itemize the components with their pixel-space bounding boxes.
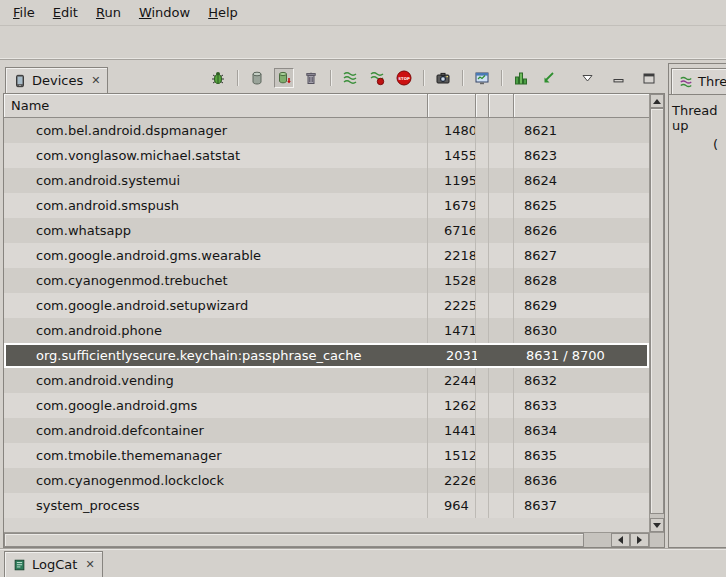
empty-cell [489,218,514,243]
scroll-up-button[interactable] [650,94,664,108]
column-header-blank[interactable] [476,94,489,118]
threads-message-line1: Thread up [669,103,726,133]
process-pid: 1679 [428,193,476,218]
toolbar-separator [501,70,502,86]
table-row[interactable]: com.android.defcontainer 14411 8634 [4,418,649,443]
view-menu-button[interactable] [577,68,597,88]
menu-window[interactable]: Window [130,2,199,23]
empty-cell [489,443,514,468]
horizontal-scroll-track[interactable] [584,533,611,547]
table-row[interactable]: com.google.android.gms.wearable 22185 86… [4,243,649,268]
table-row[interactable]: com.cyanogenmod.trebuchet 1528 8628 [4,268,649,293]
empty-cell [489,368,514,393]
process-pid: 1528 [428,268,476,293]
logcat-icon [12,558,27,572]
update-threads-button[interactable] [340,68,360,88]
table-row[interactable]: com.android.systemui 1195 8624 [4,168,649,193]
menubar: File Edit Run Window Help [0,0,726,26]
bottom-tab-bar: LogCat ✕ [0,548,726,577]
device-phone-icon [13,74,27,88]
process-name: com.cyanogenmod.trebuchet [4,268,428,293]
table-row[interactable]: com.android.vending 22440 8632 [4,368,649,393]
table-row[interactable]: com.android.smspush 1679 8625 [4,193,649,218]
process-port: 8627 [514,243,649,268]
dump-hprof-button[interactable] [274,68,294,88]
stop-process-button[interactable]: STOP [394,68,414,88]
process-port: 8626 [514,218,649,243]
system-trace-button[interactable] [472,68,492,88]
update-heap-button[interactable] [247,68,267,88]
empty-cell [489,143,514,168]
menu-run[interactable]: Run [87,2,130,23]
column-header-name[interactable]: Name [4,94,428,118]
tab-threads-label: Threads [698,74,726,89]
tab-devices-close-icon[interactable]: ✕ [91,75,100,86]
horizontal-scrollbar[interactable] [4,532,649,547]
maximize-icon [643,73,655,84]
vertical-scroll-thumb[interactable] [650,108,664,514]
scroll-down-button[interactable] [650,518,664,532]
debug-process-button[interactable] [208,68,228,88]
table-row[interactable]: com.tmobile.thememanager 1512 8635 [4,443,649,468]
view-window-controls [577,68,659,88]
table-row[interactable]: system_process 964 8637 [4,493,649,518]
devices-tabbar: Devices ✕ [3,63,665,93]
minimize-icon [613,73,624,83]
process-pid: 22185 [428,243,476,268]
empty-cell [489,243,514,268]
table-row[interactable]: org.sufficientlysecure.keychain:passphra… [4,343,649,368]
vertical-scroll-track[interactable] [650,108,664,518]
table-header: Name [4,94,649,118]
table-row[interactable]: com.google.android.setupwizard 22250 862… [4,293,649,318]
tab-threads[interactable]: Threads [671,68,726,94]
empty-cell [476,443,489,468]
profiling-columns-button[interactable] [511,68,531,88]
process-pid: 22250 [428,293,476,318]
empty-cell [489,318,514,343]
process-name: com.vonglasow.michael.satstat [4,143,428,168]
cause-gc-button[interactable] [301,68,321,88]
toolbar-separator [330,70,331,86]
column-header-blank[interactable] [489,94,514,118]
process-name: com.tmobile.thememanager [4,443,428,468]
horizontal-scroll-thumb[interactable] [4,533,584,547]
minimize-view-button[interactable] [608,68,628,88]
process-port: 8635 [514,443,649,468]
tab-logcat-label: LogCat [32,557,77,572]
tab-devices[interactable]: Devices ✕ [5,67,108,93]
screen-capture-button[interactable] [433,68,453,88]
threads-icon [679,75,693,89]
ddms-window: File Edit Run Window Help Devices ✕ [0,0,726,577]
arrow-left-icon [618,536,623,544]
process-port: 8631 / 8700 [516,345,647,366]
screen-capture-camera-icon [435,70,451,86]
scroll-left-button[interactable] [611,533,630,547]
process-name: com.google.android.setupwizard [4,293,428,318]
menu-edit[interactable]: Edit [44,2,87,23]
process-name: system_process [4,493,428,518]
table-row[interactable]: com.google.android.gms 12623 8633 [4,393,649,418]
empty-cell [489,468,514,493]
column-header-pid[interactable] [428,94,476,118]
process-port: 8634 [514,418,649,443]
empty-cell [476,493,489,518]
table-row[interactable]: com.bel.android.dspmanager 1480 8621 [4,118,649,143]
menu-help[interactable]: Help [199,2,247,23]
column-header-port[interactable] [514,94,649,118]
arrow-right-icon [637,536,642,544]
tab-logcat-close-icon[interactable]: ✕ [85,559,94,570]
scroll-right-button[interactable] [630,533,649,547]
table-row[interactable]: com.vonglasow.michael.satstat 14553 8623 [4,143,649,168]
trace-capture-button[interactable] [538,68,558,88]
table-row[interactable]: com.cyanogenmod.lockclock 22265 8636 [4,468,649,493]
start-method-profiling-button[interactable] [367,68,387,88]
tab-logcat[interactable]: LogCat ✕ [4,551,103,577]
empty-cell [478,345,491,366]
maximize-view-button[interactable] [639,68,659,88]
table-row[interactable]: com.android.phone 1471 8630 [4,318,649,343]
menu-file[interactable]: File [4,2,44,23]
process-pid: 1195 [428,168,476,193]
table-row[interactable]: com.whatsapp 6716 8626 [4,218,649,243]
vertical-scrollbar[interactable] [649,94,664,532]
stop-process-icon: STOP [396,70,412,86]
